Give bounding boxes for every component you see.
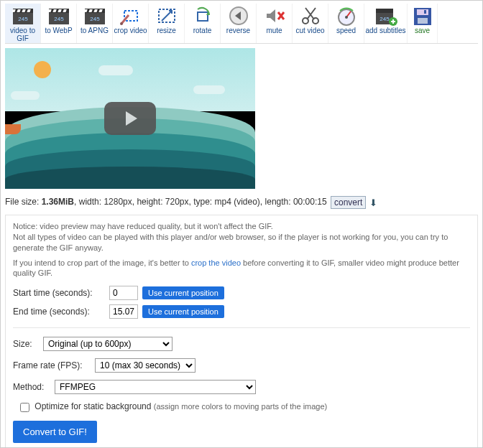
preview-cloud [98,65,133,75]
clapper-plus-icon: 245 [374,5,398,27]
use-current-end-button[interactable]: Use current position [142,305,224,318]
end-time-input[interactable] [109,304,138,319]
notice-text: If you intend to crop part of the image,… [13,258,191,267]
resize-icon [155,5,179,27]
tool-label: cut video [293,27,328,34]
tool-label: to APNG [77,27,112,34]
svg-point-29 [345,16,348,19]
play-icon [126,111,137,126]
save-icon [410,5,435,27]
tool-rotate[interactable]: rotate [185,4,221,43]
tool-to-apng[interactable]: 245 to APNG [77,4,113,43]
svg-text:245: 245 [18,16,28,22]
clapper-icon: 245 [83,5,107,27]
reverse-icon [226,5,251,27]
method-select[interactable]: FFMPEG [55,380,256,394]
convert-button[interactable]: convert [331,196,366,209]
size-select[interactable]: Original (up to 600px) [43,337,172,351]
fps-row: Frame rate (FPS): 10 (max 30 seconds) [13,358,470,373]
svg-rect-24 [198,12,208,21]
tool-label: save [408,27,437,34]
tool-to-webp[interactable]: 245 to WebP [41,4,77,43]
tool-label: resize [149,27,184,34]
svg-rect-35 [417,9,428,15]
svg-text:245: 245 [90,16,100,22]
crop-video-link[interactable]: crop the video [191,258,241,267]
end-time-label: End time (seconds): [13,307,105,317]
filesize-label: File size: [5,197,42,207]
notice-quality: Notice: video preview may have reduced q… [13,221,470,253]
toolbar: 245 video to GIF 245 to WebP 245 to APNG… [5,4,478,44]
svg-rect-36 [418,18,428,24]
optimize-row: Optimize for static background (assign m… [13,401,470,411]
svg-point-22 [120,22,123,25]
svg-text:245: 245 [380,16,390,22]
tool-resize[interactable]: resize [149,4,185,43]
play-button[interactable] [104,102,156,135]
svg-rect-37 [424,10,426,14]
clapper-icon: 245 [11,5,35,27]
use-current-start-button[interactable]: Use current position [142,286,224,299]
size-row: Size: Original (up to 600px) [13,337,470,351]
tool-label: crop video [113,27,148,34]
notice-crop: If you intend to crop part of the image,… [13,258,470,279]
start-time-input[interactable] [109,286,138,300]
tool-label: add subtitles [364,27,407,34]
crop-icon [119,5,143,27]
preview-wave [5,167,255,189]
tool-video-to-gif[interactable]: 245 video to GIF [5,4,41,43]
tool-label: video to GIF [5,27,40,42]
tool-reverse[interactable]: reverse [221,4,257,43]
method-label: Method: [13,382,50,392]
tool-label: mute [257,27,292,34]
video-preview[interactable] [5,48,255,189]
file-meta: , width: 1280px, height: 720px, type: mp… [74,197,327,207]
tool-save[interactable]: save [408,4,438,43]
end-time-row: End time (seconds): Use current position [13,304,470,319]
tool-mute[interactable]: mute [257,4,293,43]
preview-cloud [193,85,225,94]
start-time-label: Start time (seconds): [13,288,105,298]
scissors-icon [298,5,323,27]
mute-icon [262,5,287,27]
file-info: File size: 1.36MiB, width: 1280px, heigh… [5,196,478,209]
optimize-sublabel: (assign more colors to moving parts of t… [154,402,328,411]
method-row: Method: FFMPEG [13,380,470,394]
tool-speed[interactable]: speed [328,4,364,43]
filesize-value: 1.36MiB [42,197,74,207]
size-label: Size: [13,339,39,349]
tool-label: to WebP [41,27,76,34]
speed-icon [334,5,359,27]
start-time-row: Start time (seconds): Use current positi… [13,286,470,300]
optimize-label: Optimize for static background [34,401,151,411]
convert-to-gif-button[interactable]: Convert to GIF! [13,421,97,443]
download-icon[interactable]: ⬇ [369,197,377,208]
tool-cut-video[interactable]: cut video [293,4,328,43]
divider [13,327,470,328]
clapper-icon: 245 [47,5,71,27]
svg-text:245: 245 [54,16,64,22]
tool-label: reverse [221,27,256,34]
tool-label: rotate [185,27,220,34]
preview-sun [34,61,51,78]
fps-label: Frame rate (FPS): [13,360,91,370]
tool-label: speed [328,27,364,34]
preview-cloud [11,91,40,100]
svg-rect-31 [376,9,393,13]
optimize-checkbox[interactable] [20,403,29,412]
preview-boat [5,124,21,134]
settings-panel: Notice: video preview may have reduced q… [5,215,478,448]
tool-crop-video[interactable]: crop video [113,4,149,43]
fps-select[interactable]: 10 (max 30 seconds) [95,358,196,373]
tool-add-subtitles[interactable]: 245 add subtitles [364,4,408,43]
rotate-icon [190,5,215,27]
